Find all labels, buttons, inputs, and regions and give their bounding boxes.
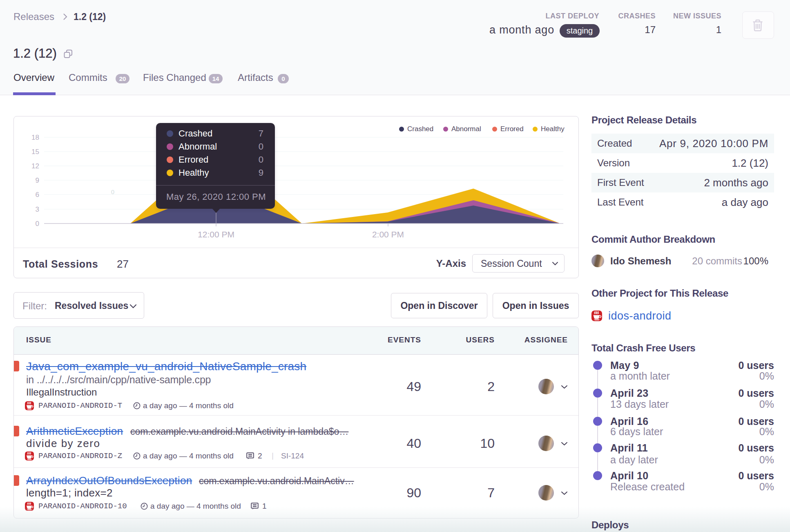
svg-text:0: 0	[111, 188, 114, 195]
svg-text:6: 6	[36, 191, 39, 199]
svg-text:15: 15	[31, 148, 39, 156]
svg-text:9: 9	[36, 177, 39, 184]
svg-text:3: 3	[36, 206, 39, 213]
svg-text:18: 18	[31, 134, 39, 141]
svg-text:12:00 PM: 12:00 PM	[198, 230, 234, 239]
svg-text:0: 0	[36, 220, 39, 228]
svg-text:2:00 PM: 2:00 PM	[372, 230, 404, 239]
svg-text:12: 12	[31, 162, 39, 170]
